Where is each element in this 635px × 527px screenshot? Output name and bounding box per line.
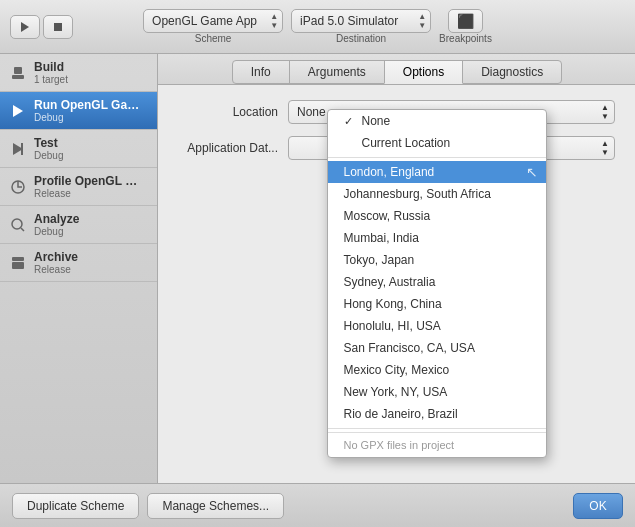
analyze-icon	[8, 215, 28, 235]
toolbar-left	[10, 15, 73, 39]
analyze-subtitle: Debug	[34, 226, 79, 237]
svg-marker-2	[13, 105, 23, 117]
sidebar-item-test[interactable]: Test Debug	[0, 130, 157, 168]
scheme-label: Scheme	[195, 33, 232, 44]
stop-icon	[54, 23, 62, 31]
sidebar-item-build[interactable]: Build 1 target	[0, 54, 157, 92]
cursor-icon: ↖	[526, 164, 538, 180]
scheme-select-wrapper: OpenGL Game App ▲ ▼	[143, 9, 283, 33]
tab-options[interactable]: Options	[384, 60, 463, 84]
run-subtitle: Debug	[34, 112, 144, 123]
stop-button[interactable]	[43, 15, 73, 39]
archive-subtitle: Release	[34, 264, 78, 275]
sidebar-item-archive[interactable]: Archive Release	[0, 244, 157, 282]
run-sidebar-icon	[8, 101, 28, 121]
destination-select[interactable]: iPad 5.0 Simulator ▲ ▼	[291, 9, 431, 33]
archive-icon	[8, 253, 28, 273]
dropdown-item-sydney[interactable]: Sydney, Australia	[328, 271, 546, 293]
archive-item-text: Archive Release	[34, 250, 78, 275]
svg-point-6	[12, 219, 22, 229]
archive-title: Archive	[34, 250, 78, 264]
svg-rect-8	[12, 257, 24, 261]
run-title: Run OpenGL Gam...	[34, 98, 144, 112]
dropdown-item-hongkong[interactable]: Hong Kong, China	[328, 293, 546, 315]
profile-title: Profile OpenGL Ga...	[34, 174, 144, 188]
dropdown-item-rio[interactable]: Rio de Janeiro, Brazil	[328, 403, 546, 425]
run-button[interactable]	[10, 15, 40, 39]
breakpoints-label: Breakpoints	[439, 33, 492, 44]
play-icon	[21, 22, 29, 32]
main-container: Build 1 target Run OpenGL Gam... Debug T…	[0, 54, 635, 483]
tab-bar: Info Arguments Options Diagnostics	[158, 54, 635, 85]
dropdown-item-mumbai[interactable]: Mumbai, India	[328, 227, 546, 249]
destination-arrows: ▲ ▼	[418, 13, 426, 30]
build-title: Build	[34, 60, 68, 74]
bottom-left: Duplicate Scheme Manage Schemes...	[12, 493, 284, 519]
bottom-bar: Duplicate Scheme Manage Schemes... OK	[0, 483, 635, 527]
ok-button[interactable]: OK	[573, 493, 623, 519]
profile-item-text: Profile OpenGL Ga... Release	[34, 174, 144, 199]
dropdown-footer: No GPX files in project	[328, 432, 546, 457]
location-dropdown: None Current Location London, England ↖ …	[327, 109, 547, 458]
content-area: Info Arguments Options Diagnostics Locat…	[158, 54, 635, 483]
run-item-text: Run OpenGL Gam... Debug	[34, 98, 144, 123]
destination-select-wrapper: iPad 5.0 Simulator ▲ ▼	[291, 9, 431, 33]
dropdown-item-johannesburg[interactable]: Johannesburg, South Africa	[328, 183, 546, 205]
test-icon	[8, 139, 28, 159]
profile-icon	[8, 177, 28, 197]
svg-line-7	[21, 228, 24, 231]
dropdown-overlay: None Current Location London, England ↖ …	[158, 109, 635, 458]
dropdown-item-sanfrancisco[interactable]: San Francisco, CA, USA	[328, 337, 546, 359]
duplicate-scheme-button[interactable]: Duplicate Scheme	[12, 493, 139, 519]
test-item-text: Test Debug	[34, 136, 63, 161]
analyze-title: Analyze	[34, 212, 79, 226]
tab-arguments[interactable]: Arguments	[289, 60, 385, 84]
dropdown-item-honolulu[interactable]: Honolulu, HI, USA	[328, 315, 546, 337]
dropdown-item-newyork[interactable]: New York, NY, USA	[328, 381, 546, 403]
dropdown-item-moscow[interactable]: Moscow, Russia	[328, 205, 546, 227]
scheme-select[interactable]: OpenGL Game App ▲ ▼	[143, 9, 283, 33]
dropdown-item-london[interactable]: London, England ↖	[328, 161, 546, 183]
manage-schemes-button[interactable]: Manage Schemes...	[147, 493, 284, 519]
build-icon	[8, 63, 28, 83]
destination-value: iPad 5.0 Simulator	[300, 14, 398, 28]
svg-rect-1	[14, 67, 22, 74]
build-item-text: Build 1 target	[34, 60, 68, 85]
breakpoints-button[interactable]: ⬛	[448, 9, 483, 33]
tab-diagnostics[interactable]: Diagnostics	[462, 60, 562, 84]
dropdown-item-none[interactable]: None	[328, 110, 546, 132]
scheme-arrows: ▲ ▼	[270, 13, 278, 30]
build-subtitle: 1 target	[34, 74, 68, 85]
profile-subtitle: Release	[34, 188, 144, 199]
tab-info[interactable]: Info	[232, 60, 290, 84]
svg-rect-9	[12, 262, 24, 269]
dropdown-separator-1	[328, 157, 546, 158]
dropdown-item-mexicocity[interactable]: Mexico City, Mexico	[328, 359, 546, 381]
dropdown-item-tokyo[interactable]: Tokyo, Japan	[328, 249, 546, 271]
breakpoints-icon: ⬛	[457, 13, 474, 29]
analyze-item-text: Analyze Debug	[34, 212, 79, 237]
dropdown-item-current[interactable]: Current Location	[328, 132, 546, 154]
sidebar-item-run[interactable]: Run OpenGL Gam... Debug	[0, 92, 157, 130]
sidebar-item-analyze[interactable]: Analyze Debug	[0, 206, 157, 244]
toolbar: OpenGL Game App ▲ ▼ Scheme iPad 5.0 Simu…	[0, 0, 635, 54]
sidebar-item-profile[interactable]: Profile OpenGL Ga... Release	[0, 168, 157, 206]
scheme-value: OpenGL Game App	[152, 14, 257, 28]
svg-rect-0	[12, 75, 24, 79]
dropdown-separator-2	[328, 428, 546, 429]
destination-label: Destination	[336, 33, 386, 44]
test-title: Test	[34, 136, 63, 150]
test-subtitle: Debug	[34, 150, 63, 161]
sidebar: Build 1 target Run OpenGL Gam... Debug T…	[0, 54, 158, 483]
